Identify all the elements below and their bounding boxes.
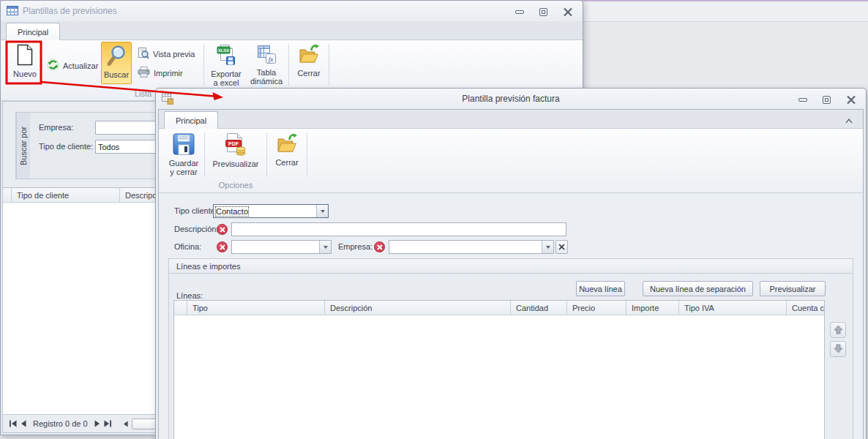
minimize-button[interactable] (515, 7, 524, 16)
pivot-table-icon: fx (257, 44, 276, 66)
close-button[interactable] (846, 95, 856, 104)
tab-principal[interactable]: Principal (6, 23, 60, 40)
column-header-precio[interactable]: Precio (567, 301, 626, 315)
nueva-linea-de-separacion-button[interactable]: Nueva línea de separación (643, 281, 753, 296)
validation-error-icon (217, 224, 228, 235)
move-line-up-button[interactable] (830, 322, 846, 338)
svg-text:XLSX: XLSX (218, 48, 230, 53)
previous-record-button[interactable] (18, 419, 29, 429)
export-excel-icon: XLSX (217, 44, 236, 67)
column-header-tipo-de-cliente[interactable]: Tipo de cliente (12, 188, 120, 203)
nuevo-button[interactable]: Nuevo (8, 42, 42, 84)
front-ribbon-tabstrip: Principal (159, 110, 863, 129)
previsualizar-button[interactable]: PDF Previsualizar (208, 131, 263, 179)
imprimir-button[interactable]: Imprimir (138, 67, 183, 80)
oficina-combo[interactable] (231, 240, 332, 254)
minimize-button[interactable] (798, 95, 807, 104)
column-header-descripcion[interactable]: Descripción (325, 301, 511, 315)
column-header-tipo[interactable]: Tipo (187, 301, 325, 315)
pdf-preview-icon: PDF (225, 133, 246, 157)
front-window-titlebar[interactable]: Plantilla previsión factura (156, 89, 866, 109)
close-button[interactable] (563, 7, 572, 16)
empresa-combo[interactable] (389, 240, 554, 254)
column-header-cuenta-contable[interactable]: Cuenta conta (787, 301, 824, 315)
screen: Plantillas de previsiones Principal Nuev… (0, 0, 868, 439)
svg-text:PDF: PDF (228, 141, 239, 146)
clear-empresa-button[interactable] (555, 240, 568, 254)
maximize-button[interactable] (822, 95, 831, 104)
svg-text:fx: fx (269, 56, 274, 63)
new-page-icon (16, 44, 34, 67)
ribbon-group-label-opciones: Opciones (208, 181, 263, 190)
buscar-button[interactable]: Buscar (101, 42, 132, 84)
lineas-label: Líneas: (176, 291, 203, 300)
first-record-button[interactable] (7, 419, 18, 429)
column-header-cantidad[interactable]: Cantidad (511, 301, 567, 315)
oficina-label: Oficina: (174, 242, 201, 251)
collapse-ribbon-chevron-icon[interactable] (843, 116, 855, 125)
row-indicator-header (174, 301, 187, 315)
cerrar-button[interactable]: Cerrar (270, 131, 304, 179)
dropdown-arrow-icon[interactable] (316, 205, 328, 217)
next-record-button[interactable] (91, 419, 102, 429)
tipo-de-cliente-label: Tipo de cliente: (39, 142, 93, 151)
ribbon-group-label: Lista (135, 89, 151, 98)
window-plantilla-prevision-factura: Plantilla previsión factura Principal (155, 88, 867, 439)
tabla-dinamica-button[interactable]: fx Tabla dinámica (247, 42, 286, 84)
vista-previa-button[interactable]: Vista previa (138, 48, 195, 61)
maximize-button[interactable] (539, 7, 548, 16)
nueva-linea-button[interactable]: Nueva línea (576, 281, 625, 296)
back-ribbon-tabstrip: Principal (1, 21, 583, 40)
arrow-down-icon (834, 344, 843, 355)
dropdown-arrow-icon[interactable] (542, 241, 553, 253)
close-folder-icon (276, 133, 298, 156)
actualizar-button[interactable]: Actualizar (47, 59, 98, 72)
tipo-cliente-label: Tipo cliente: (174, 206, 217, 215)
cerrar-button[interactable]: Cerrar (292, 42, 326, 84)
empresa-label: Empresa: (338, 242, 373, 251)
guardar-y-cerrar-button[interactable]: Guardar y cerrar (166, 131, 201, 179)
table-window-icon (7, 6, 18, 17)
validation-error-icon (217, 241, 228, 252)
tab-principal[interactable]: Principal (164, 111, 218, 129)
back-window-titlebar[interactable]: Plantillas de previsiones (1, 1, 583, 21)
template-form: Tipo cliente: Contacto Descripción: (159, 194, 863, 439)
front-ribbon: Guardar y cerrar PDF Previsualizar Cerra… (159, 129, 863, 193)
lineas-e-importes-groupbox: Líneas e importes Líneas: Nueva línea Nu… (168, 258, 853, 439)
close-folder-icon (298, 44, 320, 67)
row-indicator-header (3, 188, 12, 203)
front-window-client-area: Principal Guardar y cerrar PDF (158, 109, 864, 439)
search-icon (106, 45, 127, 68)
move-line-down-button[interactable] (830, 341, 846, 357)
refresh-icon (47, 59, 59, 72)
record-count-text: Registro 0 de 0 (33, 419, 88, 428)
back-window-title: Plantillas de previsiones (23, 6, 117, 16)
descripcion-input[interactable] (231, 222, 566, 236)
arrow-up-icon (834, 325, 843, 336)
lineas-grid: Tipo Descripción Cantidad Precio Importe… (173, 300, 825, 439)
last-record-button[interactable] (102, 419, 113, 429)
tipo-cliente-combo[interactable]: Contacto (213, 204, 329, 218)
previsualizar-lineas-button[interactable]: Previsualizar (760, 281, 826, 296)
print-preview-icon (138, 48, 149, 61)
column-header-importe[interactable]: Importe (626, 301, 679, 315)
exportar-excel-button[interactable]: XLSX Exportar a excel (208, 42, 244, 84)
hscroll-left-button[interactable] (121, 419, 132, 429)
descripcion-label: Descripción: (174, 225, 219, 233)
front-window-title: Plantilla previsión factura (156, 94, 866, 104)
dropdown-arrow-icon[interactable] (319, 241, 331, 253)
validation-error-icon (374, 241, 385, 252)
column-header-tipo-iva[interactable]: Tipo IVA (679, 301, 787, 315)
save-icon (173, 133, 195, 157)
printer-icon (138, 67, 150, 80)
groupbox-title: Líneas e importes (169, 259, 853, 274)
empresa-label: Empresa: (39, 123, 73, 132)
